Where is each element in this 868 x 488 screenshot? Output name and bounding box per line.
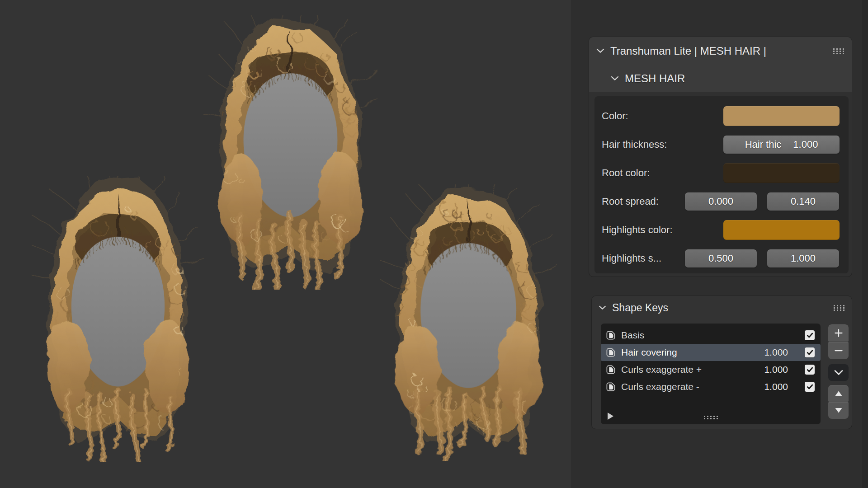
shapekey-icon: [605, 381, 616, 392]
add-shape-key-button[interactable]: [828, 324, 849, 342]
highlights-s-value-2[interactable]: 1.000: [767, 249, 839, 267]
properties-group: Color:Hair thickness:Hair thic1.000Root …: [594, 96, 849, 273]
property-label: Color:: [602, 110, 628, 122]
resize-grip-icon[interactable]: [703, 415, 718, 419]
shape-key-enable-checkbox[interactable]: [805, 347, 815, 357]
shape-key-row-basis[interactable]: Basis: [601, 327, 821, 344]
shape-key-name: Hair covering: [621, 347, 677, 358]
hair-thickness-slider[interactable]: Hair thic1.000: [723, 136, 840, 154]
drag-grip-icon[interactable]: [832, 48, 844, 54]
shape-key-row-curls-exaggerate[interactable]: Curls exaggerate -1.000: [601, 378, 821, 395]
root-spread-value-2[interactable]: 0.140: [767, 192, 839, 211]
highlights-color-swatch[interactable]: [723, 220, 840, 240]
hair-mesh-left[interactable]: [32, 176, 204, 462]
chevron-down-icon: [611, 76, 619, 81]
shapekey-icon: [605, 364, 616, 375]
expand-arrow-icon[interactable]: [608, 413, 613, 420]
color-swatch[interactable]: [723, 106, 840, 126]
property-label: Root color:: [602, 167, 650, 179]
shape-key-row-hair-covering[interactable]: Hair covering1.000: [601, 344, 821, 361]
property-label: Hair thickness:: [602, 139, 667, 150]
root-color-swatch[interactable]: [723, 163, 840, 183]
panel-shape-keys: Shape Keys BasisHair covering1.000Curls …: [592, 296, 852, 429]
property-row-color: Color:: [594, 102, 849, 130]
slider-label: Hair thic: [745, 139, 782, 150]
property-row-hair-thickness: Hair thickness:Hair thic1.000: [594, 130, 849, 159]
property-row-root-color: Root color:: [594, 159, 849, 187]
shape-key-list: BasisHair covering1.000Curls exaggerate …: [601, 324, 821, 424]
shape-key-enable-checkbox[interactable]: [805, 365, 815, 375]
panel-transhuman: Transhuman Lite | MESH HAIR | MESH HAIR …: [589, 37, 852, 277]
panel-title: Transhuman Lite | MESH HAIR |: [610, 45, 766, 57]
move-shape-key-up-button[interactable]: [828, 385, 849, 402]
blender-window: Transhuman Lite | MESH HAIR | MESH HAIR …: [0, 0, 868, 488]
shape-key-specials-menu-button[interactable]: [828, 364, 849, 381]
property-row-root-spread: Root spread:0.0000.140: [594, 187, 849, 216]
property-row-highlights-color: Highlights color:: [594, 216, 849, 244]
shapekey-icon: [605, 330, 616, 341]
properties-region: Transhuman Lite | MESH HAIR | MESH HAIR …: [571, 0, 868, 488]
shape-key-value[interactable]: 1.000: [764, 364, 788, 375]
subpanel-mesh-hair-header[interactable]: MESH HAIR: [589, 65, 852, 92]
property-label: Highlights color:: [602, 224, 673, 236]
slider-value: 1.000: [793, 139, 818, 150]
scrollbar[interactable]: [862, 0, 868, 488]
shape-key-enable-checkbox[interactable]: [805, 330, 815, 340]
panel-transhuman-header[interactable]: Transhuman Lite | MESH HAIR |: [589, 37, 852, 65]
shape-key-value[interactable]: 1.000: [764, 347, 788, 358]
shape-key-name: Curls exaggerate -: [621, 381, 699, 392]
panel-shape-keys-header[interactable]: Shape Keys: [592, 296, 852, 319]
panel-title: Shape Keys: [612, 302, 668, 314]
highlights-s-value-1[interactable]: 0.500: [685, 249, 757, 267]
shape-key-name: Basis: [621, 330, 644, 341]
property-row-highlights-s: Highlights s...0.5001.000: [594, 244, 849, 272]
subpanel-title: MESH HAIR: [625, 72, 685, 85]
shape-key-value[interactable]: 1.000: [764, 381, 788, 392]
chevron-down-icon: [599, 305, 606, 310]
shape-key-row-curls-exaggerate[interactable]: Curls exaggerate +1.000: [601, 361, 821, 378]
property-label: Highlights s...: [602, 253, 661, 264]
shapekey-icon: [605, 347, 616, 358]
hair-mesh-right[interactable]: [380, 184, 557, 461]
move-shape-key-down-button[interactable]: [828, 402, 849, 419]
root-spread-value-1[interactable]: 0.000: [685, 192, 757, 211]
panel-transhuman-headers: Transhuman Lite | MESH HAIR | MESH HAIR: [589, 37, 852, 92]
shape-key-name: Curls exaggerate +: [621, 364, 702, 375]
chevron-down-icon: [596, 48, 604, 53]
remove-shape-key-button[interactable]: [828, 342, 849, 359]
hair-mesh-top[interactable]: [203, 15, 377, 290]
shape-key-enable-checkbox[interactable]: [805, 382, 815, 392]
shape-key-buttons: [828, 296, 849, 429]
property-label: Root spread:: [602, 196, 659, 207]
